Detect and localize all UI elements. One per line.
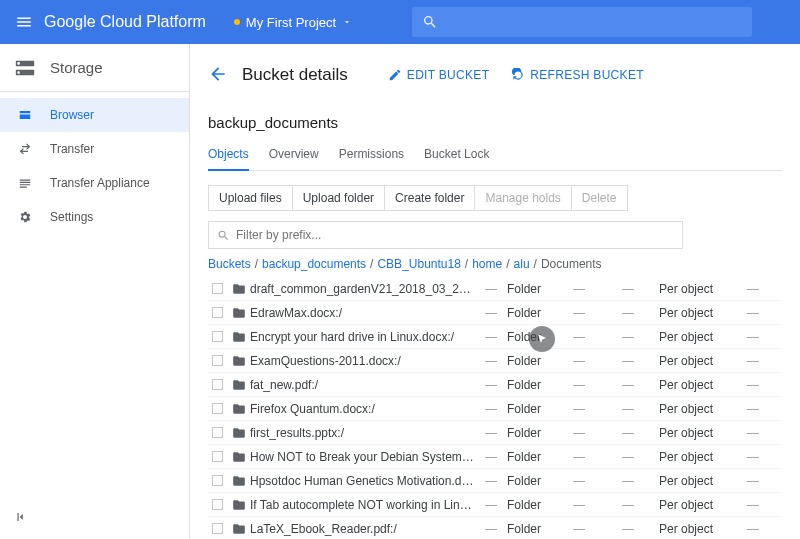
cell-dash: — bbox=[561, 330, 597, 344]
object-type: Folder bbox=[507, 354, 561, 368]
object-type: Folder bbox=[507, 402, 561, 416]
table-row: How NOT to Break your Debian System!.doc… bbox=[208, 445, 782, 469]
row-checkbox[interactable] bbox=[212, 331, 232, 342]
tab-overview[interactable]: Overview bbox=[269, 139, 319, 170]
breadcrumb-separator: / bbox=[370, 257, 373, 271]
hamburger-menu-icon[interactable] bbox=[8, 13, 40, 31]
row-checkbox[interactable] bbox=[212, 379, 232, 390]
storage-class: Per object bbox=[659, 282, 739, 296]
breadcrumb-current: Documents bbox=[541, 257, 602, 271]
folder-icon bbox=[232, 426, 250, 440]
breadcrumb-link[interactable]: Buckets bbox=[208, 257, 251, 271]
object-type: Folder bbox=[507, 450, 561, 464]
breadcrumb-separator: / bbox=[534, 257, 537, 271]
sidebar-item-transfer[interactable]: Transfer bbox=[0, 132, 189, 166]
object-type: Folder bbox=[507, 378, 561, 392]
object-name[interactable]: If Tab autocomplete NOT working in Linux… bbox=[250, 498, 475, 512]
row-checkbox[interactable] bbox=[212, 355, 232, 366]
upload-folder-button[interactable]: Upload folder bbox=[292, 185, 385, 211]
row-checkbox[interactable] bbox=[212, 523, 232, 534]
cell-dash: — bbox=[475, 282, 507, 296]
folder-icon bbox=[232, 354, 250, 368]
cell-dash: — bbox=[597, 282, 659, 296]
folder-icon bbox=[232, 498, 250, 512]
row-checkbox[interactable] bbox=[212, 403, 232, 414]
tab-objects[interactable]: Objects bbox=[208, 139, 249, 171]
delete-button: Delete bbox=[571, 185, 628, 211]
sidebar-item-label: Browser bbox=[50, 108, 94, 122]
row-checkbox[interactable] bbox=[212, 499, 232, 510]
create-folder-button[interactable]: Create folder bbox=[384, 185, 475, 211]
refresh-icon bbox=[511, 68, 525, 82]
object-name[interactable]: How NOT to Break your Debian System!.doc… bbox=[250, 450, 475, 464]
cell-dash: — bbox=[739, 498, 767, 512]
row-checkbox[interactable] bbox=[212, 307, 232, 318]
cell-dash: — bbox=[561, 474, 597, 488]
folder-icon bbox=[232, 378, 250, 392]
search-box[interactable] bbox=[412, 7, 752, 37]
row-checkbox[interactable] bbox=[212, 283, 232, 294]
main-content: Bucket details EDIT BUCKET REFRESH BUCKE… bbox=[190, 44, 800, 539]
cell-dash: — bbox=[475, 450, 507, 464]
object-name[interactable]: first_results.pptx:/ bbox=[250, 426, 475, 440]
tab-permissions[interactable]: Permissions bbox=[339, 139, 404, 170]
cell-dash: — bbox=[739, 474, 767, 488]
object-name[interactable]: LaTeX_Ebook_Reader.pdf:/ bbox=[250, 522, 475, 536]
product-name: Google Cloud Platform bbox=[44, 13, 206, 31]
cell-dash: — bbox=[597, 498, 659, 512]
service-header: Storage bbox=[0, 44, 189, 92]
breadcrumb-link[interactable]: home bbox=[472, 257, 502, 271]
tab-bucket-lock[interactable]: Bucket Lock bbox=[424, 139, 489, 170]
collapse-sidebar-icon[interactable] bbox=[14, 510, 28, 527]
object-name[interactable]: draft_common_gardenV21_2018_03_29_JRS... bbox=[250, 282, 475, 296]
storage-class: Per object bbox=[659, 330, 739, 344]
chevron-down-icon bbox=[342, 15, 352, 30]
cell-dash: — bbox=[475, 498, 507, 512]
cell-dash: — bbox=[561, 306, 597, 320]
storage-class: Per object bbox=[659, 354, 739, 368]
cell-dash: — bbox=[597, 354, 659, 368]
folder-icon bbox=[232, 522, 250, 536]
cell-dash: — bbox=[561, 522, 597, 536]
sidebar-item-transfer-appliance[interactable]: Transfer Appliance bbox=[0, 166, 189, 200]
table-row: LaTeX_Ebook_Reader.pdf:/—Folder——Per obj… bbox=[208, 517, 782, 539]
sidebar-item-browser[interactable]: Browser bbox=[0, 98, 189, 132]
storage-class: Per object bbox=[659, 306, 739, 320]
project-selector[interactable]: My First Project bbox=[234, 15, 352, 30]
breadcrumb-link[interactable]: backup_documents bbox=[262, 257, 366, 271]
breadcrumb-link[interactable]: alu bbox=[514, 257, 530, 271]
page-header: Bucket details EDIT BUCKET REFRESH BUCKE… bbox=[208, 58, 782, 92]
table-row: Firefox Quantum.docx:/—Folder——Per objec… bbox=[208, 397, 782, 421]
cell-dash: — bbox=[597, 330, 659, 344]
breadcrumb-link[interactable]: CBB_Ubuntu18 bbox=[377, 257, 460, 271]
breadcrumb-separator: / bbox=[506, 257, 509, 271]
refresh-bucket-label: REFRESH BUCKET bbox=[530, 68, 644, 82]
edit-bucket-button[interactable]: EDIT BUCKET bbox=[388, 68, 489, 82]
storage-class: Per object bbox=[659, 498, 739, 512]
sidebar-item-settings[interactable]: Settings bbox=[0, 200, 189, 234]
object-name[interactable]: Encrypt your hard drive in Linux.docx:/ bbox=[250, 330, 475, 344]
sidebar-nav: BrowserTransferTransfer ApplianceSetting… bbox=[0, 92, 189, 234]
object-name[interactable]: EdrawMax.docx:/ bbox=[250, 306, 475, 320]
cell-dash: — bbox=[739, 354, 767, 368]
object-name[interactable]: ExamQuestions-2011.docx:/ bbox=[250, 354, 475, 368]
row-checkbox[interactable] bbox=[212, 475, 232, 486]
upload-files-button[interactable]: Upload files bbox=[208, 185, 293, 211]
cell-dash: — bbox=[475, 402, 507, 416]
filter-input[interactable] bbox=[236, 228, 674, 242]
cell-dash: — bbox=[475, 306, 507, 320]
object-name[interactable]: fat_new.pdf:/ bbox=[250, 378, 475, 392]
top-bar: Google Cloud Platform My First Project bbox=[0, 0, 800, 44]
table-row: If Tab autocomplete NOT working in Linux… bbox=[208, 493, 782, 517]
table-row: draft_common_gardenV21_2018_03_29_JRS...… bbox=[208, 277, 782, 301]
row-checkbox[interactable] bbox=[212, 427, 232, 438]
storage-class: Per object bbox=[659, 426, 739, 440]
object-type: Folder bbox=[507, 498, 561, 512]
back-arrow-icon[interactable] bbox=[208, 64, 228, 87]
object-name[interactable]: Hpsotdoc Human Genetics Motivation.docx:… bbox=[250, 474, 475, 488]
cell-dash: — bbox=[475, 330, 507, 344]
filter-box[interactable] bbox=[208, 221, 683, 249]
row-checkbox[interactable] bbox=[212, 451, 232, 462]
object-name[interactable]: Firefox Quantum.docx:/ bbox=[250, 402, 475, 416]
refresh-bucket-button[interactable]: REFRESH BUCKET bbox=[511, 68, 644, 82]
